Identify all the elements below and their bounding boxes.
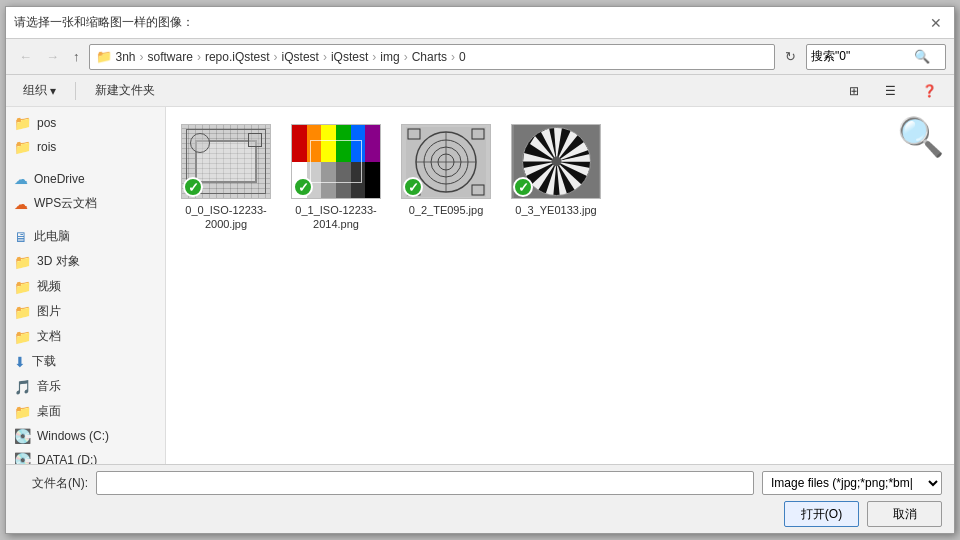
address-row: ← → ↑ 📁 3nh › software › repo.iQstest › … [6,39,954,75]
sidebar-item-label: 此电脑 [34,228,70,245]
file-area: 🔍 [166,107,954,464]
breadcrumb-repo[interactable]: repo.iQstest [205,50,270,64]
bottom-area: 文件名(N): Image files (*jpg;*png;*bm| 打开(O… [6,464,954,533]
filetype-select[interactable]: Image files (*jpg;*png;*bm| [762,471,942,495]
sidebar-item-video[interactable]: 📁 视频 [6,274,165,299]
file-open-dialog: 请选择一张和缩略图一样的图像： ✕ ← → ↑ 📁 3nh › software… [5,6,955,534]
help-button[interactable]: ❓ [913,81,946,101]
breadcrumb-3nh[interactable]: 3nh [116,50,136,64]
cloud-icon: ☁ [14,171,28,187]
breadcrumb-img[interactable]: img [380,50,399,64]
drive-d-icon: 💽 [14,452,31,464]
folder-icon: 📁 [14,254,31,270]
folder-icon: 📁 [96,49,112,64]
file-item[interactable]: ✓ 0_2_TE095.jpg [396,117,496,239]
file-name: 0_2_TE095.jpg [409,203,484,217]
breadcrumb-iqstest2[interactable]: iQstest [331,50,368,64]
folder-icon: 📁 [14,304,31,320]
toolbar-row: 组织 ▾ 新建文件夹 ⊞ ☰ ❓ [6,75,954,107]
back-button[interactable]: ← [14,46,37,67]
folder-icon: 📁 [14,139,31,155]
open-button[interactable]: 打开(O) [784,501,859,527]
file-item[interactable]: /* SVG conic-gradient not universally su… [506,117,606,239]
search-input[interactable] [811,50,911,64]
view-large-icons-button[interactable]: ⊞ [840,81,868,101]
toolbar-separator [75,82,76,100]
sidebar-item-label: 视频 [37,278,61,295]
search-icon[interactable]: 🔍 [914,49,930,64]
folder-icon: 📁 [14,404,31,420]
sidebar-item-label: 文档 [37,328,61,345]
organize-button[interactable]: 组织 ▾ [14,79,65,102]
content-area: 📁 pos 📁 rois ☁ OneDrive ☁ WPS云文档 🖥 此电脑 [6,107,954,464]
checkmark-icon: ✓ [513,177,533,197]
refresh-button[interactable]: ↻ [779,46,802,67]
thumbnail-wrap: /* SVG conic-gradient not universally su… [511,124,601,199]
buttons-row: 打开(O) 取消 [18,501,942,527]
new-folder-button[interactable]: 新建文件夹 [86,79,164,102]
wps-cloud-icon: ☁ [14,196,28,212]
checkmark-icon: ✓ [403,177,423,197]
file-item[interactable]: ✓ 0_1_ISO-12233-2014.png [286,117,386,239]
downloads-icon: ⬇ [14,354,26,370]
breadcrumb-charts[interactable]: Charts [412,50,447,64]
sidebar-item-docs[interactable]: 📁 文档 [6,324,165,349]
file-name: 0_0_ISO-12233-2000.jpg [185,203,266,232]
title-bar: 请选择一张和缩略图一样的图像： ✕ [6,7,954,39]
folder-icon: 📁 [14,279,31,295]
sidebar-item-label: 图片 [37,303,61,320]
close-button[interactable]: ✕ [926,13,946,33]
forward-button[interactable]: → [41,46,64,67]
organize-label: 组织 [23,82,47,99]
sidebar-item-label: DATA1 (D:) [37,453,97,464]
sidebar-item-label: pos [37,116,56,130]
file-name: 0_1_ISO-12233-2014.png [295,203,376,232]
up-button[interactable]: ↑ [68,46,85,67]
view-details-button[interactable]: ☰ [876,81,905,101]
filename-row: 文件名(N): Image files (*jpg;*png;*bm| [18,471,942,495]
file-name: 0_3_YE0133.jpg [515,203,596,217]
folder-icon: 📁 [14,115,31,131]
thumbnail-wrap: ✓ [401,124,491,199]
sidebar-item-label: Windows (C:) [37,429,109,443]
sidebar-item-music[interactable]: 🎵 音乐 [6,374,165,399]
new-folder-label: 新建文件夹 [95,82,155,99]
sidebar-item-label: 下载 [32,353,56,370]
sidebar-item-label: rois [37,140,56,154]
sidebar-item-downloads[interactable]: ⬇ 下载 [6,349,165,374]
checkmark-icon: ✓ [293,177,313,197]
sidebar-item-pictures[interactable]: 📁 图片 [6,299,165,324]
pc-icon: 🖥 [14,229,28,245]
checkmark-icon: ✓ [183,177,203,197]
folder-icon: 📁 [14,329,31,345]
sidebar-item-label: 桌面 [37,403,61,420]
thumbnail-wrap: ✓ [291,124,381,199]
sidebar: 📁 pos 📁 rois ☁ OneDrive ☁ WPS云文档 🖥 此电脑 [6,107,166,464]
organize-arrow: ▾ [50,84,56,98]
breadcrumb-0[interactable]: 0 [459,50,466,64]
address-bar[interactable]: 📁 3nh › software › repo.iQstest › iQstes… [89,44,776,70]
sidebar-item-pos[interactable]: 📁 pos [6,111,165,135]
sidebar-item-rois[interactable]: 📁 rois [6,135,165,159]
sidebar-item-label: OneDrive [34,172,85,186]
sidebar-item-desktop[interactable]: 📁 桌面 [6,399,165,424]
breadcrumb-iqstest1[interactable]: iQstest [282,50,319,64]
breadcrumb-software[interactable]: software [148,50,193,64]
search-box[interactable]: 🔍 [806,44,946,70]
big-search-icon: 🔍 [897,115,944,159]
sidebar-item-thispc[interactable]: 🖥 此电脑 [6,224,165,249]
cancel-button[interactable]: 取消 [867,501,942,527]
sidebar-item-onedrive[interactable]: ☁ OneDrive [6,167,165,191]
filename-label: 文件名(N): [18,475,88,492]
sidebar-item-label: 音乐 [37,378,61,395]
sidebar-item-data1-d[interactable]: 💽 DATA1 (D:) [6,448,165,464]
sidebar-item-3d[interactable]: 📁 3D 对象 [6,249,165,274]
sidebar-item-wps[interactable]: ☁ WPS云文档 [6,191,165,216]
sidebar-item-label: 3D 对象 [37,253,80,270]
file-grid: ✓ 0_0_ISO-12233-2000.jpg [176,117,944,239]
music-icon: 🎵 [14,379,31,395]
sidebar-item-windows-c[interactable]: 💽 Windows (C:) [6,424,165,448]
dialog-title: 请选择一张和缩略图一样的图像： [14,14,194,31]
filename-input[interactable] [96,471,754,495]
file-item[interactable]: ✓ 0_0_ISO-12233-2000.jpg [176,117,276,239]
